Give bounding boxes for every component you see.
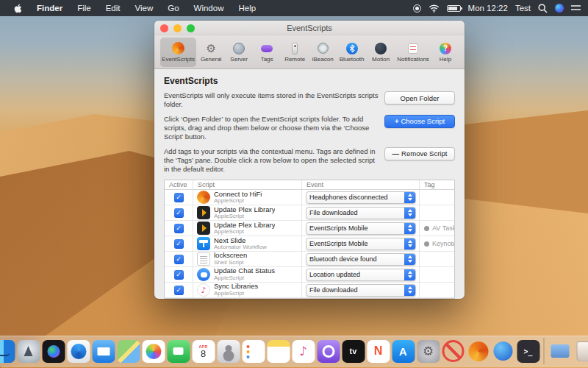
dock-icon-shortcuts[interactable] xyxy=(492,340,514,363)
table-row[interactable]: Update Plex Library AppleScript EventScr… xyxy=(165,221,454,236)
menu-item-file[interactable]: File xyxy=(71,0,98,16)
menu-bar-user[interactable]: Test xyxy=(515,4,531,13)
event-dropdown[interactable]: Bluetooth device found xyxy=(306,253,416,266)
chat-icon xyxy=(197,268,210,281)
apple-menu[interactable] xyxy=(7,4,29,13)
screen-record-icon[interactable] xyxy=(413,4,421,13)
shell-script-icon xyxy=(197,252,210,266)
dock: APR 8 xyxy=(0,336,588,367)
choose-script-help-text: Click ‘Open Folder’ to open the EventScr… xyxy=(164,115,379,142)
dock-icon-facetime[interactable] xyxy=(167,340,190,363)
dock-icon-itunes[interactable] xyxy=(292,340,315,363)
event-dropdown[interactable]: EventScripts Mobile xyxy=(306,222,416,235)
column-header-tag[interactable]: Tag xyxy=(419,180,454,189)
dock-icon-contacts[interactable] xyxy=(217,340,240,363)
active-checkbox[interactable] xyxy=(174,208,184,218)
open-folder-button[interactable]: Open Folder xyxy=(384,91,455,105)
popup-arrows-icon xyxy=(404,238,415,250)
table-row[interactable]: Connect to HiFi AppleScript Headphones d… xyxy=(165,190,454,205)
event-dropdown[interactable]: File downloaded xyxy=(306,207,416,219)
window-title: EventScripts xyxy=(287,24,332,32)
dock-icon-finder[interactable] xyxy=(0,340,15,363)
dock-icon-safari[interactable] xyxy=(67,340,90,363)
toolbar-item-ibeacon[interactable]: iBeacon xyxy=(309,38,336,67)
spotlight-icon[interactable] xyxy=(538,4,548,13)
column-header-active[interactable]: Active xyxy=(165,181,193,188)
toolbar-item-tags[interactable]: Tags xyxy=(254,38,280,67)
table-header: Active Script Event Tag xyxy=(165,180,454,190)
dock-icon-maps[interactable] xyxy=(117,340,140,363)
notification-center-icon[interactable] xyxy=(571,4,581,12)
table-row[interactable]: lockscreen Shell Script Bluetooth device… xyxy=(165,252,454,267)
active-checkbox[interactable] xyxy=(174,193,184,202)
minimize-button[interactable] xyxy=(173,24,182,32)
toolbar-item-server[interactable]: Server xyxy=(226,38,252,67)
dock-icon-app-store[interactable] xyxy=(392,340,415,363)
toolbar-item-motion[interactable]: Motion xyxy=(368,38,394,67)
menu-bar-clock[interactable]: Mon 12:22 xyxy=(468,4,508,13)
toolbar-label: Notifications xyxy=(397,56,429,63)
menu-item-go[interactable]: Go xyxy=(161,0,185,16)
plex-icon xyxy=(197,206,210,219)
siri-icon[interactable] xyxy=(555,4,564,13)
dock-icon-downloads[interactable] xyxy=(548,340,571,363)
event-value: EventScripts Mobile xyxy=(306,224,404,232)
zoom-button[interactable] xyxy=(187,24,195,32)
minus-icon: — xyxy=(392,149,400,158)
close-button[interactable] xyxy=(160,24,168,32)
menu-item-edit[interactable]: Edit xyxy=(99,0,127,16)
dock-icon-notes[interactable] xyxy=(267,340,290,363)
dock-icon-reminders[interactable] xyxy=(242,340,265,363)
toolbar-item-general[interactable]: ⚙ General xyxy=(198,38,224,67)
dock-icon-tv[interactable] xyxy=(342,340,365,363)
event-dropdown[interactable]: Location updated xyxy=(306,269,416,281)
dock-icon-podcasts[interactable] xyxy=(317,340,340,363)
battery-icon[interactable] xyxy=(447,5,461,12)
script-subtitle: Automator Workflow xyxy=(214,244,267,251)
toolbar-item-help[interactable]: ? Help xyxy=(432,38,459,67)
open-folder-label: Open Folder xyxy=(401,94,440,102)
table-row[interactable]: Next Slide Automator Workflow EventScrip… xyxy=(165,236,454,252)
popup-arrows-icon xyxy=(404,285,415,296)
toolbar-item-eventscripts[interactable]: EventScripts xyxy=(160,38,196,67)
menu-item-window[interactable]: Window xyxy=(187,0,231,16)
active-checkbox[interactable] xyxy=(174,239,184,249)
event-dropdown[interactable]: EventScripts Mobile xyxy=(306,238,416,250)
script-subtitle: Shell Script xyxy=(214,260,247,266)
active-checkbox[interactable] xyxy=(174,270,184,280)
event-dropdown[interactable]: File downloaded xyxy=(306,284,416,297)
dock-icon-news[interactable] xyxy=(367,340,390,363)
dock-icon-do-not-disturb[interactable] xyxy=(442,340,465,363)
active-checkbox[interactable] xyxy=(174,224,184,233)
window-title-bar[interactable]: EventScripts xyxy=(154,21,465,35)
remove-script-label: Remove Script xyxy=(401,149,447,158)
active-checkbox[interactable] xyxy=(174,255,184,264)
dock-icon-trash[interactable] xyxy=(573,340,588,363)
event-dropdown[interactable]: Headphones disconnected xyxy=(306,191,416,204)
dock-icon-eventscripts[interactable] xyxy=(467,340,490,363)
table-row[interactable]: Update Plex Library AppleScript File dow… xyxy=(165,205,454,221)
column-header-script[interactable]: Script xyxy=(193,180,301,189)
active-checkbox[interactable] xyxy=(174,286,184,295)
menu-item-finder[interactable]: Finder xyxy=(30,0,69,16)
dock-icon-launchpad[interactable] xyxy=(17,340,40,363)
toolbar-item-bluetooth[interactable]: Bluetooth xyxy=(337,38,366,67)
dock-icon-terminal[interactable] xyxy=(517,340,539,363)
remove-script-button[interactable]: — Remove Script xyxy=(384,147,455,160)
toolbar-item-notifications[interactable]: Notifications xyxy=(395,38,431,67)
dock-icon-calendar[interactable]: APR 8 xyxy=(192,340,215,363)
menu-item-view[interactable]: View xyxy=(129,0,160,16)
dock-icon-photos[interactable] xyxy=(142,340,165,363)
dock-icon-system-preferences[interactable] xyxy=(417,340,440,363)
choose-script-button[interactable]: + Choose Script xyxy=(384,115,455,128)
table-row[interactable]: Update Chat Status AppleScript Location … xyxy=(165,267,454,283)
popup-arrows-icon xyxy=(404,208,415,219)
dock-icon-siri[interactable] xyxy=(42,340,65,363)
column-header-event[interactable]: Event xyxy=(301,180,419,189)
dock-icon-mail[interactable] xyxy=(92,340,115,363)
wifi-icon[interactable] xyxy=(429,4,440,13)
remote-icon xyxy=(292,43,298,54)
table-row[interactable]: Sync Libraries AppleScript File download… xyxy=(165,283,454,298)
menu-item-help[interactable]: Help xyxy=(232,0,262,16)
toolbar-item-remote[interactable]: Remote xyxy=(282,38,308,67)
